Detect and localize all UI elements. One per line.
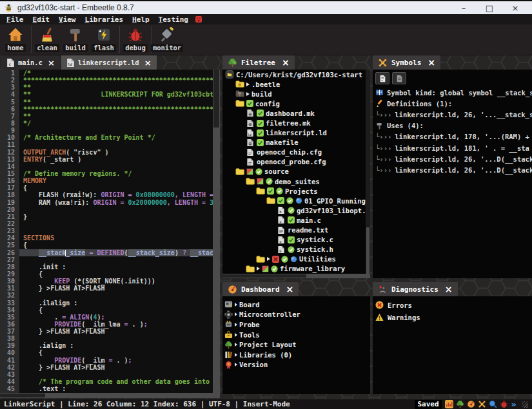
folder-build <box>235 90 244 98</box>
filetree-title: Filetree <box>241 59 275 67</box>
close-icon[interactable]: × <box>48 58 55 68</box>
filetree-item--beetle[interactable]: .beetle <box>222 79 370 89</box>
dashboard-item-probe[interactable]: Probe <box>222 319 370 330</box>
maximize-button[interactable]: □ <box>477 1 502 14</box>
filetree-item-systick-h[interactable]: hsystick.h <box>222 245 370 254</box>
diagnostics-tab[interactable]: Diagnostics × <box>373 282 458 296</box>
filetree-horizontal-scrollbar[interactable] <box>222 274 370 278</box>
diagnostics-item-warnings[interactable]: Warnings <box>373 310 532 323</box>
symbols-row[interactable]: └›››linkerscript.ld, 26, '...D(__stack_s… <box>373 153 532 164</box>
dashboard-item-project-layout[interactable]: Project Layout <box>222 339 370 350</box>
editor-horizontal-scrollbar-thumb[interactable] <box>0 394 45 397</box>
tab-main.c[interactable]: cmain.c× <box>1 55 60 70</box>
close-icon[interactable]: × <box>282 57 290 68</box>
dashboard-tab[interactable]: Dashboard × <box>222 282 299 296</box>
code-line: ****************************************… <box>19 106 213 113</box>
expand-arrow-icon[interactable] <box>246 82 250 86</box>
filetree-item-config[interactable]: config <box>222 99 370 108</box>
dashboard-item-libraries-0-[interactable]: Libraries (0) <box>222 350 370 360</box>
line-number: 1 <box>0 70 19 77</box>
filetree-item-build[interactable]: build <box>222 89 370 99</box>
filetree-item-readme-txt[interactable]: readme.txt <box>222 225 370 235</box>
editor-vertical-scrollbar[interactable] <box>213 70 220 393</box>
filetree-item-dashboard-mk[interactable]: dashboard.mk <box>222 108 370 118</box>
filetree-item-gd32vf103-libopt-h[interactable]: hgd32vf103_libopt.h <box>222 205 370 215</box>
flash-button[interactable]: flash <box>90 24 118 55</box>
filetree-item-openocd-probe-cfg[interactable]: openocd_probe.cfg <box>222 157 370 167</box>
filetree-vscroll-thumb[interactable] <box>366 227 369 276</box>
check-square-badge-icon <box>257 139 264 146</box>
build-button[interactable]: build <box>61 24 90 55</box>
board-icon <box>224 300 233 309</box>
close-icon[interactable]: × <box>428 57 435 68</box>
menu-file[interactable]: File <box>3 15 28 24</box>
tree-icon[interactable] <box>456 400 464 408</box>
monitor-button[interactable]: monitor <box>153 24 181 55</box>
menu-testing[interactable]: Testing <box>155 15 192 24</box>
filetree-item-projects[interactable]: Projects <box>222 186 370 196</box>
filetree-item-makefile[interactable]: makefile <box>222 138 370 147</box>
symbols-toolbar-button-1[interactable] <box>375 72 389 84</box>
expand-arrow-icon <box>235 353 237 357</box>
clean-button[interactable]: clean <box>33 24 61 55</box>
dashboard-item-tools[interactable]: Tools <box>222 330 370 340</box>
filetree-item-firmware-library[interactable]: firmware_library <box>222 264 370 274</box>
line-number: 18 <box>0 191 19 198</box>
symbols-row-text: Definitions (1): <box>387 100 452 108</box>
symbols-row[interactable]: └›››linkerscript.ld, 26, '...D(__stack_s… <box>373 164 532 175</box>
filetree-item-systick-c[interactable]: csystick.c <box>222 235 370 245</box>
filetree-item-01-gpio-running-led[interactable]: 01_GPIO_Running_LED <box>222 196 370 205</box>
close-icon[interactable]: × <box>445 284 453 294</box>
code-area[interactable]: /***************************************… <box>19 70 213 393</box>
filetree-item-filetree-mk[interactable]: filetree.mk <box>222 118 370 128</box>
filetree-item-linkerscript-ld[interactable]: ldlinkerscript.ld <box>222 128 370 138</box>
filetree-item-c-users-krist-gd32vf103c-start[interactable]: C:/Users/krist/gd32vf103c-start <box>222 70 370 79</box>
filetree-tab[interactable]: Filetree × <box>222 55 295 70</box>
filetree-item-openocd-chip-cfg[interactable]: openocd_chip.cfg <box>222 147 370 157</box>
home-button[interactable]: home <box>1 24 30 55</box>
tab-label: main.c <box>18 59 43 66</box>
dashboard-item-microcontroller[interactable]: Microcontroller <box>222 310 370 320</box>
code-editor[interactable]: 1234567891011121314151617181920212223242… <box>0 70 220 393</box>
close-icon[interactable]: × <box>144 58 152 68</box>
filetree-vertical-scrollbar[interactable] <box>366 70 370 278</box>
menu-view[interactable]: View <box>55 15 80 24</box>
menu-help[interactable]: Help <box>128 15 153 24</box>
editor-horizontal-scrollbar[interactable] <box>0 393 220 398</box>
symbols-row[interactable]: └›››linkerscript.ld, 178, '...(RAM) + LE… <box>373 131 532 142</box>
line-number: 6 <box>0 106 19 113</box>
editor-vertical-scrollbar-thumb[interactable] <box>213 70 219 128</box>
symbols-tab[interactable]: Symbols × <box>373 55 440 70</box>
chart-icon[interactable] <box>445 400 453 408</box>
filetree-item-utilities[interactable]: Utilities <box>222 254 370 264</box>
debug-button[interactable]: debug <box>121 24 150 55</box>
menu-edit[interactable]: Edit <box>29 15 54 24</box>
symbols-toolbar-button-2[interactable] <box>392 72 406 84</box>
symbols-row[interactable]: └›››linkerscript.ld, 26, '...__stack_siz… <box>373 109 532 120</box>
resize-grip[interactable] <box>522 401 528 408</box>
chevrons-icon[interactable]: » <box>511 399 516 409</box>
symbols-row-text: linkerscript.ld, 26, '...D(__stack_size) <box>395 166 532 174</box>
tab-linkerscript.ld[interactable]: ldlinkerscript.ld× <box>61 55 157 70</box>
filetree-item-demo-suites[interactable]: demo_suites <box>222 176 370 186</box>
filetree-item-source[interactable]: source <box>222 167 370 176</box>
dashboard-item-version[interactable]: Version <box>222 360 370 370</box>
menu-libraries[interactable]: Libraries <box>81 15 128 24</box>
close-icon[interactable]: × <box>286 284 294 294</box>
symbols-icon[interactable] <box>478 400 486 408</box>
filetree-hscroll-thumb[interactable] <box>222 274 306 278</box>
close-button[interactable]: × <box>502 1 528 14</box>
expand-arrow-icon[interactable] <box>257 267 260 271</box>
gauge-icon[interactable] <box>467 400 475 408</box>
debug-button-label: debug <box>123 44 148 52</box>
line-number: 7 <box>0 113 19 120</box>
symbols-row[interactable]: └›››linkerscript.ld, 181, ' . = __sta <box>373 142 532 153</box>
expand-arrow-icon[interactable] <box>246 92 250 96</box>
expand-arrow-icon[interactable] <box>267 257 270 261</box>
diagnostics-item-errors[interactable]: Errors <box>373 298 532 310</box>
bug-icon[interactable] <box>500 400 508 408</box>
minimize-button[interactable]: – <box>451 1 477 14</box>
filetree-item-main-c[interactable]: cmain.c <box>222 215 370 225</box>
search-icon[interactable] <box>489 400 497 408</box>
dashboard-item-board[interactable]: Board <box>222 300 370 310</box>
